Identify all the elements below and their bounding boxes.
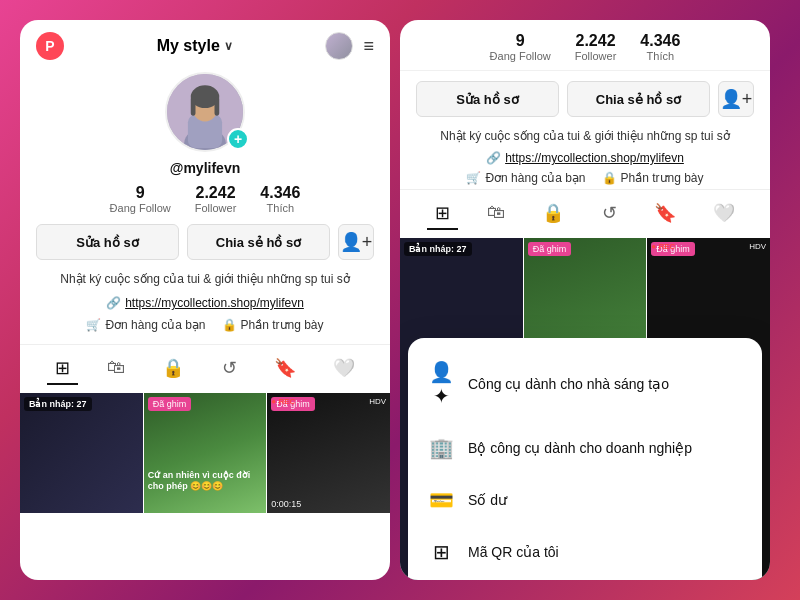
qr-label: Mã QR của tôi [468, 544, 559, 560]
right-hdv-badge: HDV [749, 242, 766, 251]
tab-lock-icon[interactable]: 🔒 [154, 353, 192, 385]
balance-icon: 💳 [428, 488, 454, 512]
right-tab-icons-row: ⊞ 🛍 🔒 ↺ 🔖 🤍 [400, 189, 770, 238]
left-panel: P My style ∨ ≡ [20, 20, 390, 580]
right-tab-shop-icon[interactable]: 🛍 [479, 198, 513, 230]
lock-icon: 🔒 [222, 318, 237, 332]
video-thumb-draft[interactable]: Bản nháp: 27 [20, 393, 143, 513]
shop-row: 🛒 Đơn hàng của bạn 🔒 Phần trưng bày [20, 314, 390, 336]
video-thumb-pinned1[interactable]: Đã ghim Cứ an nhiên vì cuộc đời cho phép… [144, 393, 267, 513]
link-row: 🔗 https://mycollection.shop/mylifevn [20, 292, 390, 314]
dropdown-menu: 👤✦ Công cụ dành cho nhà sáng tạo 🏢 Bộ cô… [408, 338, 762, 580]
right-tab-bookmark-icon[interactable]: 🔖 [646, 198, 684, 230]
creator-tools-label: Công cụ dành cho nhà sáng tạo [468, 376, 669, 392]
right-stat-following: 9 Đang Follow [490, 32, 551, 62]
dropdown-business-tools[interactable]: 🏢 Bộ công cụ dành cho doanh nghiệp [408, 422, 762, 474]
menu-icon[interactable]: ≡ [363, 36, 374, 57]
right-showcase-label: Phần trưng bày [621, 171, 704, 185]
balance-label: Số dư [468, 492, 507, 508]
stats-row: 9 Đang Follow 2.242 Follower 4.346 Thích [20, 184, 390, 214]
right-followers-count: 2.242 [575, 32, 617, 50]
showcase-item[interactable]: 🔒 Phần trưng bày [222, 318, 324, 332]
business-tools-label: Bộ công cụ dành cho doanh nghiệp [468, 440, 692, 456]
right-stats-row: 9 Đang Follow 2.242 Follower 4.346 Thích [400, 20, 770, 71]
add-friend-button[interactable]: 👤+ [338, 224, 374, 260]
right-profile-link[interactable]: https://mycollection.shop/mylifevn [505, 151, 684, 165]
dropdown-balance[interactable]: 💳 Số dư [408, 474, 762, 526]
right-link-icon: 🔗 [486, 151, 501, 165]
right-tab-repost-icon[interactable]: ↺ [594, 198, 625, 230]
orders-item[interactable]: 🛒 Đơn hàng của bạn [86, 318, 205, 332]
showcase-label: Phần trưng bày [241, 318, 324, 332]
add-avatar-icon[interactable]: + [227, 128, 249, 150]
right-orders-label: Đơn hàng của bạn [485, 171, 585, 185]
likes-count: 4.346 [260, 184, 300, 202]
avatar-area: + [20, 72, 390, 152]
right-rec-icon: ● REC [651, 242, 675, 251]
right-following-label: Đang Follow [490, 50, 551, 62]
business-tools-icon: 🏢 [428, 436, 454, 460]
right-lock-icon: 🔒 [602, 171, 617, 185]
username: @mylifevn [20, 160, 390, 176]
chevron-down-icon[interactable]: ∨ [224, 39, 233, 53]
title-area: My style ∨ [157, 37, 233, 55]
tab-icons-row: ⊞ 🛍 🔒 ↺ 🔖 🤍 [20, 344, 390, 393]
right-stat-followers: 2.242 Follower [575, 32, 617, 62]
right-link-row: 🔗 https://mycollection.shop/mylifevn [400, 149, 770, 167]
dropdown-settings[interactable]: ⚙ Cài đặt và quyền riêng tư [408, 578, 762, 580]
right-shop-row: 🛒 Đơn hàng của bạn 🔒 Phần trưng bày [400, 167, 770, 189]
right-tab-heart-icon[interactable]: 🤍 [705, 198, 743, 230]
rec-icon: ● REC [271, 397, 295, 406]
pinned-badge-1: Đã ghim [148, 397, 192, 411]
top-bar: P My style ∨ ≡ [20, 20, 390, 68]
tab-repost-icon[interactable]: ↺ [214, 353, 245, 385]
avatar-small[interactable] [325, 32, 353, 60]
hdv-badge: HDV [369, 397, 386, 406]
cart-icon: 🛒 [86, 318, 101, 332]
right-tab-lock-icon[interactable]: 🔒 [534, 198, 572, 230]
followers-count: 2.242 [195, 184, 237, 202]
dropdown-qr[interactable]: ⊞ Mã QR của tôi [408, 526, 762, 578]
profile-link[interactable]: https://mycollection.shop/mylifevn [125, 296, 304, 310]
right-showcase-item[interactable]: 🔒 Phần trưng bày [602, 171, 704, 185]
right-followers-label: Follower [575, 50, 617, 62]
right-share-profile-button[interactable]: Chia sẻ hồ sơ [567, 81, 710, 117]
videos-grid: Bản nháp: 27 Đã ghim Cứ an nhiên vì cuộc… [20, 393, 390, 513]
right-likes-count: 4.346 [640, 32, 680, 50]
share-profile-button[interactable]: Chia sẻ hồ sơ [187, 224, 330, 260]
pinned-video-text: Cứ an nhiên vì cuộc đời cho phép 😊😊😊 [148, 470, 263, 493]
bio-text: Nhật ký cuộc sống của tui & giới thiệu n… [20, 266, 390, 292]
right-tab-videos-icon[interactable]: ⊞ [427, 198, 458, 230]
right-draft-badge: Bản nháp: 27 [404, 242, 472, 256]
followers-label: Follower [195, 202, 237, 214]
right-add-friend-button[interactable]: 👤+ [718, 81, 754, 117]
action-buttons: Sửa hồ sơ Chia sẻ hồ sơ 👤+ [20, 214, 390, 266]
tab-videos-icon[interactable]: ⊞ [47, 353, 78, 385]
right-panel: 9 Đang Follow 2.242 Follower 4.346 Thích… [400, 20, 770, 580]
right-videos-area: Bản nháp: 27 Đã ghim Đã ghim ● REC HDV 0… [400, 238, 770, 580]
right-edit-profile-button[interactable]: Sửa hồ sơ [416, 81, 559, 117]
right-bio: Nhật ký cuộc sống của tui & giới thiệu n… [400, 123, 770, 149]
right-likes-label: Thích [640, 50, 680, 62]
right-stat-likes: 4.346 Thích [640, 32, 680, 62]
qr-icon: ⊞ [428, 540, 454, 564]
video-thumb-pinned2[interactable]: Đã ghim ● REC HDV 0:00:15 [267, 393, 390, 513]
right-pinned-badge-1: Đã ghim [528, 242, 572, 256]
tab-bookmark-icon[interactable]: 🔖 [266, 353, 304, 385]
right-cart-icon: 🛒 [466, 171, 481, 185]
following-label: Đang Follow [110, 202, 171, 214]
tab-shop-icon[interactable]: 🛍 [99, 353, 133, 385]
tab-heart-icon[interactable]: 🤍 [325, 353, 363, 385]
page-title: My style [157, 37, 220, 55]
svg-rect-6 [215, 97, 220, 116]
creator-tools-icon: 👤✦ [428, 360, 454, 408]
p-icon: P [36, 32, 64, 60]
draft-badge: Bản nháp: 27 [24, 397, 92, 411]
right-following-count: 9 [490, 32, 551, 50]
stat-following: 9 Đang Follow [110, 184, 171, 214]
right-action-buttons: Sửa hồ sơ Chia sẻ hồ sơ 👤+ [400, 71, 770, 123]
right-orders-item[interactable]: 🛒 Đơn hàng của bạn [466, 171, 585, 185]
edit-profile-button[interactable]: Sửa hồ sơ [36, 224, 179, 260]
timer-label: 0:00:15 [271, 499, 301, 509]
dropdown-creator-tools[interactable]: 👤✦ Công cụ dành cho nhà sáng tạo [408, 346, 762, 422]
